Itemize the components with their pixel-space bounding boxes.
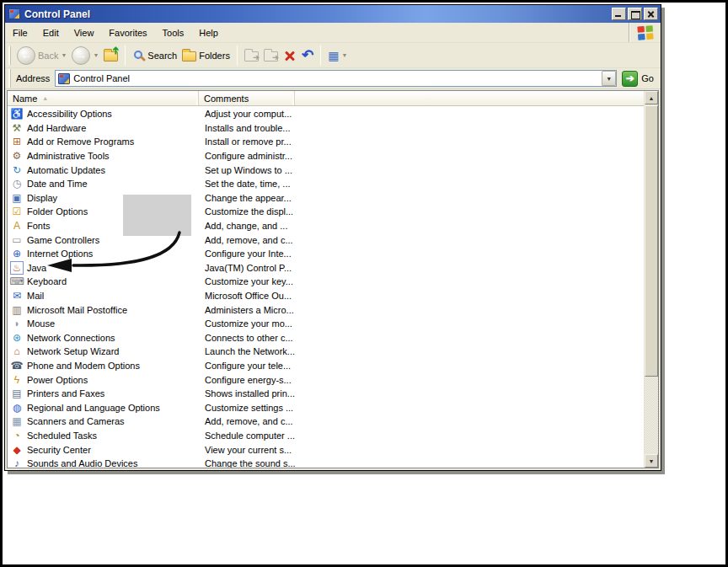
go-button[interactable]: ➔ [622,71,638,87]
network-setup-wizard-icon: ⌂ [10,345,24,358]
views-button[interactable]: ▦ ▼ [325,48,350,63]
list-item[interactable]: ⚒ Add Hardware Installs and trouble... [8,121,658,136]
minimize-button[interactable] [612,8,626,20]
title-bar: Control Panel [5,5,661,23]
undo-button[interactable]: ↶ [299,46,316,64]
scrollbar-track[interactable] [645,377,658,454]
list-item[interactable]: ✉ Mail Microsoft Office Ou... [8,289,658,303]
item-name-cell: ⚙ Administrative Tools [8,150,199,163]
column-header-comments[interactable]: Comments [199,91,295,105]
item-comment: Configure energy-s... [199,375,292,385]
menu-help[interactable]: Help [191,23,226,42]
item-name: Security Center [27,445,91,455]
item-name-cell: ϟ Power Options [8,373,199,386]
close-button[interactable] [644,8,658,20]
security-center-icon: ◆ [10,443,24,456]
item-name: Game Controllers [27,235,99,245]
scrollbar-thumb[interactable] [645,105,658,377]
list-rows: ♿ Accessibility Options Adjust your comp… [8,106,658,468]
vertical-scrollbar[interactable]: ▲ ▼ [644,91,658,468]
item-comment: Installs and trouble... [199,123,291,133]
regional-language-options-icon: ◍ [10,401,24,414]
item-name: Automatic Updates [27,165,105,175]
accessibility-options-icon: ♿ [10,108,24,120]
forward-icon: → [72,46,90,65]
item-name-cell: ⌂ Network Setup Wizard [8,345,199,358]
list-item[interactable]: ♿ Accessibility Options Adjust your comp… [8,107,658,121]
item-name-cell: ▦ Scanners and Cameras [8,415,199,428]
windows-flag-icon [636,24,655,41]
address-dropdown-button[interactable]: ▼ [602,71,616,86]
forward-button[interactable]: → ▼ [69,45,101,67]
list-item[interactable]: ▤ Printers and Faxes Shows installed pri… [8,387,658,401]
item-name-cell: ♪ Sounds and Audio Devices [8,457,199,468]
add-hardware-icon: ⚒ [10,121,24,134]
list-item[interactable]: ◷ Date and Time Set the date, time, ... [8,177,658,191]
address-input[interactable]: Control Panel ▼ [55,70,617,87]
menu-file[interactable]: File [5,23,35,42]
folders-button[interactable]: Folders [179,47,233,63]
views-dropdown-caret-icon[interactable]: ▼ [341,52,347,58]
scroll-down-button[interactable]: ▼ [645,454,658,468]
menu-view[interactable]: View [67,23,102,42]
item-name: Java [27,263,46,273]
administrative-tools-icon: ⚙ [10,150,24,163]
item-name-cell: ⊛ Network Connections [8,331,199,344]
column-header-name[interactable]: Name ▲ [8,91,199,105]
item-name: Internet Options [27,249,93,259]
list-item[interactable]: ⊕ Internet Options Configure your Inte..… [8,247,658,261]
list-header: Name ▲ Comments [8,91,658,106]
list-item[interactable]: ϟ Power Options Configure energy-s... [8,372,658,387]
list-item[interactable]: ♪ Sounds and Audio Devices Change the so… [8,457,658,468]
list-item[interactable]: ◆ Security Center View your current s... [8,442,658,457]
item-name: Scheduled Tasks [27,431,97,441]
undo-icon: ↶ [302,48,313,62]
list-item[interactable]: ◍ Regional and Language Options Customiz… [8,400,658,415]
list-item[interactable]: ▦ Scanners and Cameras Add, remove, and … [8,415,658,429]
list-item[interactable]: ◔ Scheduled Tasks Schedule computer ... [8,429,658,443]
list-item[interactable]: ⊞ Add or Remove Programs Install or remo… [8,135,658,149]
menu-tools[interactable]: Tools [155,23,192,42]
list-item[interactable]: ▭ Game Controllers Add, remove, and c... [8,233,658,247]
list-item[interactable]: A Fonts Add, change, and ... [8,219,658,233]
list-item[interactable]: ⌂ Network Setup Wizard Launch the Networ… [8,345,658,359]
up-button[interactable]: ➔ [101,47,120,63]
up-arrow-icon: ➔ [110,46,120,55]
item-name: Folder Options [27,206,88,217]
folder-options-icon: ☑ [10,206,24,218]
search-button[interactable]: Search [130,49,179,62]
list-item[interactable]: ♨ Java Java(TM) Control P... [8,261,658,275]
search-label: Search [147,51,177,61]
list-item[interactable]: ⊛ Network Connections Connects to other … [8,331,658,345]
address-bar-grip[interactable] [8,69,11,88]
game-controllers-icon: ▭ [10,233,24,246]
date-and-time-icon: ◷ [10,178,24,190]
list-item[interactable]: ◗ Mouse Customize your mo... [8,317,658,331]
forward-dropdown-caret-icon[interactable]: ▼ [93,52,99,58]
list-item[interactable]: ⚙ Administrative Tools Configure adminis… [8,149,658,163]
list-item[interactable]: ☎ Phone and Modem Options Configure your… [8,359,658,373]
toolbar-grip[interactable] [8,46,11,65]
item-comment: Configure your tele... [199,361,291,371]
back-button[interactable]: ← Back ▼ [14,45,69,67]
delete-button[interactable] [281,47,299,64]
list-item[interactable]: ▣ Display Change the appear... [8,191,658,206]
menu-favorites[interactable]: Favorites [101,23,154,42]
item-name-cell: ✉ Mail [8,290,199,302]
back-dropdown-caret-icon[interactable]: ▼ [61,52,67,58]
item-name: Phone and Modem Options [27,361,140,371]
move-to-button[interactable]: ➔ [242,47,261,63]
back-icon: ← [17,46,35,65]
power-options-icon: ϟ [10,373,24,386]
folders-icon [182,51,196,62]
copy-to-button[interactable]: ➔ [261,47,281,63]
menu-edit[interactable]: Edit [35,23,67,42]
toolbar-separator [320,45,321,66]
list-item[interactable]: ⌨ Keyboard Customize your key... [8,275,658,289]
list-item[interactable]: ↻ Automatic Updates Set up Windows to ..… [8,163,658,177]
list-item[interactable]: ☑ Folder Options Customize the displ... [8,205,658,219]
maximize-button[interactable] [628,8,642,20]
item-name-cell: ▥ Microsoft Mail Postoffice [8,303,199,316]
list-item[interactable]: ▥ Microsoft Mail Postoffice Administers … [8,302,658,317]
scroll-up-button[interactable]: ▲ [645,91,658,104]
